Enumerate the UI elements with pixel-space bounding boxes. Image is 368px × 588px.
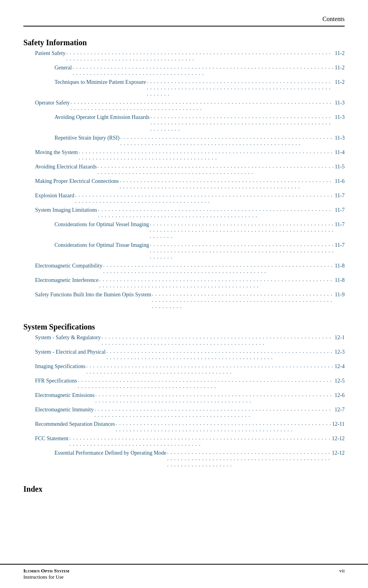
em-immunity-page: 12-7 [335,407,345,413]
electrical-hazards-link[interactable]: Avoiding Electrical Hazards [35,164,97,170]
footer-left: Ilumien Optis System Instructions for Us… [23,568,69,580]
list-item: Avoiding Operator Light Emission Hazards… [55,114,345,133]
list-item: Considerations for Optimal Tissue Imagin… [55,242,345,261]
list-item: Essential Performance Defined by Operati… [55,450,345,469]
list-item: Techniques to Minimize Patient Exposure … [55,79,345,98]
header-title: Contents [322,16,345,22]
rsi-page: 11-3 [335,135,345,141]
dots [150,221,334,240]
essential-performance-link[interactable]: Essential Performance Defined by Operati… [55,450,166,456]
system-specifications-section: System Specifications System - Safety & … [23,322,345,469]
list-item: Patient Safety 11-2 [35,50,345,63]
em-compatibility-link[interactable]: Electromagnetic Compatibility [35,263,102,269]
safety-regulatory-page: 12-1 [335,335,345,341]
em-immunity-link[interactable]: Electromagnetic Immunity [35,407,93,413]
electrical-connections-page: 11-6 [335,178,345,184]
dots [167,449,331,468]
safety-functions-link[interactable]: Safety Functions Built Into the Ilumien … [35,292,151,298]
page-header: Contents [23,16,345,27]
dots [69,435,331,448]
avoiding-operator-link[interactable]: Avoiding Operator Light Emission Hazards [55,114,150,120]
dots [150,241,334,260]
imaging-limitations-link[interactable]: System Imaging Limitations [35,207,97,213]
page-footer: Ilumien Optis System Instructions for Us… [0,564,368,580]
dots [103,262,334,275]
list-item: Avoiding Electrical Hazards 11-5 [35,164,345,177]
em-compatibility-page: 11-8 [335,263,345,269]
dots [86,363,334,375]
patient-safety-page: 11-2 [335,50,345,57]
avoiding-operator-page: 11-3 [335,114,345,120]
vessel-imaging-page: 11-7 [335,221,345,228]
safety-information-section: Safety Information Patient Safety 11-2 G… [23,38,345,311]
techniques-link[interactable]: Techniques to Minimize Patient Exposure [55,79,146,85]
list-item: Safety Functions Built Into the Ilumien … [35,292,345,311]
dots [99,276,334,289]
dots [66,50,334,62]
dots [95,391,334,404]
separation-distances-page: 12-11 [332,421,345,427]
em-interference-page: 11-8 [335,277,345,283]
vessel-imaging-link[interactable]: Considerations for Optimal Vessel Imagin… [55,221,149,228]
imaging-specs-page: 12-4 [335,363,345,370]
dots [72,64,334,77]
general-page: 11-2 [335,65,345,71]
essential-performance-page: 12-12 [332,450,345,456]
operator-safety-link[interactable]: Operator Safety [35,100,70,106]
electrical-physical-page: 12-3 [335,349,345,355]
fcc-statement-link[interactable]: FCC Statement [35,436,69,442]
patient-safety-link[interactable]: Patient Safety [35,50,65,57]
moving-system-link[interactable]: Moving the System [35,149,78,156]
dots [75,192,334,205]
dots [106,348,334,361]
ffr-specs-page: 12-5 [335,378,345,384]
operator-safety-page: 11-3 [335,100,345,106]
em-interference-link[interactable]: Electromagnetic Interference [35,277,99,283]
safety-functions-page: 11-9 [335,292,345,298]
index-section: Index [23,485,345,494]
fcc-statement-page: 12-12 [332,436,345,442]
list-item: Imaging Specifications 12-4 [35,363,345,376]
system-specifications-heading: System Specifications [23,322,345,331]
imaging-specs-link[interactable]: Imaging Specifications [35,363,85,370]
dots [94,406,334,419]
explosion-hazard-link[interactable]: Explosion Hazard [35,193,74,199]
list-item: System Imaging Limitations 11-7 [35,207,345,220]
techniques-page: 11-2 [335,79,345,85]
tissue-imaging-link[interactable]: Considerations for Optimal Tissue Imagin… [55,242,149,248]
list-item: Electromagnetic Immunity 12-7 [35,407,345,420]
rsi-link[interactable]: Repetitive Strain Injury (RSI) [55,135,120,141]
list-item: General 11-2 [55,65,345,78]
electrical-physical-link[interactable]: System - Electrical and Physical [35,349,106,355]
em-emissions-page: 12-6 [335,392,345,398]
dots [102,334,334,347]
explosion-hazard-page: 11-7 [335,193,345,199]
system-specifications-toc: System - Safety & Regulatory 12-1 System… [35,335,345,469]
footer-page: vii [339,568,345,580]
dots [120,134,334,147]
list-item: Moving the System 11-4 [35,149,345,162]
em-emissions-link[interactable]: Electromagnetic Emissions [35,392,95,398]
list-item: Recommended Separation Distances 12-11 [35,421,345,434]
list-item: Making Proper Electrical Connections 11-… [35,178,345,191]
dots [116,420,331,433]
page-container: Contents Safety Information Patient Safe… [0,0,368,588]
general-link[interactable]: General [55,65,72,71]
list-item: Electromagnetic Interference 11-8 [35,277,345,290]
dots [120,177,334,190]
separation-distances-link[interactable]: Recommended Separation Distances [35,421,115,427]
footer-subtitle: Instructions for Use [23,574,69,580]
tissue-imaging-page: 11-7 [335,242,345,248]
dots [150,113,334,133]
electrical-hazards-page: 11-5 [335,164,345,170]
moving-system-page: 11-4 [335,149,345,156]
list-item: Explosion Hazard 11-7 [35,193,345,205]
safety-information-heading: Safety Information [23,38,345,47]
ffr-specs-link[interactable]: FFR Specifications [35,378,77,384]
safety-information-toc: Patient Safety 11-2 General 11-2 Techniq… [35,50,345,311]
safety-regulatory-link[interactable]: System - Safety & Regulatory [35,335,101,341]
list-item: Operator Safety 11-3 [35,100,345,113]
electrical-connections-link[interactable]: Making Proper Electrical Connections [35,178,119,184]
footer-company: Ilumien Optis System [23,568,69,574]
list-item: FCC Statement 12-12 [35,436,345,448]
